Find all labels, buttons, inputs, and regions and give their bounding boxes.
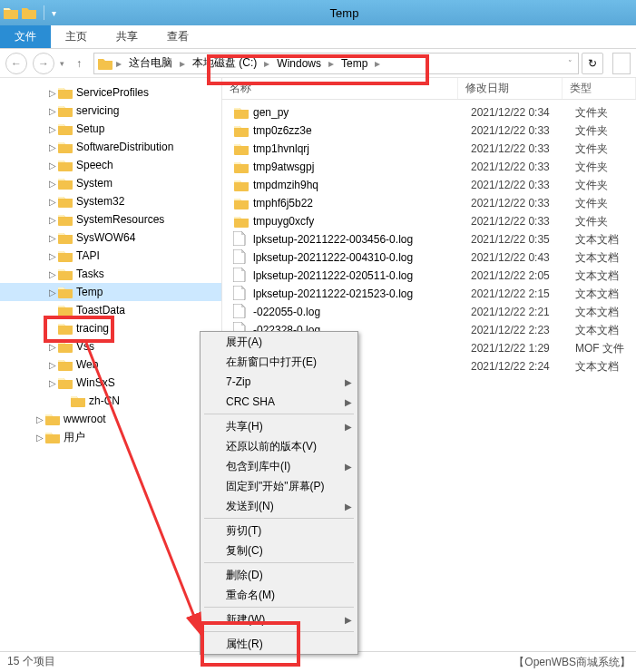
menu-item[interactable]: 复制(C) xyxy=(201,541,357,560)
tree-expand-icon[interactable]: ▷ xyxy=(47,287,58,297)
tree-item[interactable]: ▷System32 xyxy=(0,192,221,210)
menu-item[interactable]: 还原以前的版本(V) xyxy=(201,436,357,456)
tree-label: Setup xyxy=(76,122,104,135)
file-row[interactable]: tmp0z6zz3e2021/12/22 0:33文件夹 xyxy=(222,122,636,140)
menu-item[interactable]: 重命名(M) xyxy=(201,585,357,605)
menu-item[interactable]: 属性(R) xyxy=(201,634,357,654)
tree-expand-icon[interactable]: ▷ xyxy=(47,88,58,98)
column-header[interactable]: 名称 修改日期 类型 xyxy=(222,78,636,100)
context-menu[interactable]: 展开(A)在新窗口中打开(E)7-Zip▶CRC SHA▶共享(H)▶还原以前的… xyxy=(200,331,358,655)
submenu-arrow-icon: ▶ xyxy=(345,462,352,472)
tab-home[interactable]: 主页 xyxy=(51,25,102,48)
tree-item[interactable]: ▷Setup xyxy=(0,120,221,138)
tree-item[interactable]: ▷ServiceProfiles xyxy=(0,83,221,102)
file-row[interactable]: tmpdmzih9hq2021/12/22 0:33文件夹 xyxy=(222,176,636,194)
window-title: Temp xyxy=(56,6,632,20)
tree-item[interactable]: ▷tracing xyxy=(0,319,221,337)
tree-item[interactable]: ▷Speech xyxy=(0,156,221,174)
tree-expand-icon[interactable]: ▷ xyxy=(47,378,58,388)
search-box[interactable] xyxy=(612,53,631,74)
folder-icon xyxy=(233,215,250,228)
tree-label: Vss xyxy=(76,340,94,353)
tree-expand-icon[interactable]: ▷ xyxy=(47,161,58,170)
crumb-drive[interactable]: 本地磁盘 (C:) xyxy=(187,55,262,71)
tree-item[interactable]: ▷Web xyxy=(0,355,221,374)
file-row[interactable]: tmp1hvnlqrj2021/12/22 0:33文件夹 xyxy=(222,140,636,158)
tree-item[interactable]: ▷SysWOW64 xyxy=(0,229,221,247)
file-row[interactable]: -022055-0.log2021/12/22 2:21文本文档 xyxy=(222,303,636,321)
menu-item[interactable]: 固定到"开始"屏幕(P) xyxy=(201,476,357,496)
refresh-button[interactable]: ↻ xyxy=(582,53,603,74)
tree-expand-icon[interactable]: ▷ xyxy=(47,142,58,152)
tree-view[interactable]: ▷ServiceProfiles▷servicing▷Setup▷Softwar… xyxy=(0,78,222,651)
tree-expand-icon[interactable]: ▷ xyxy=(47,124,58,134)
file-type: 文件夹 xyxy=(575,178,636,193)
tree-item[interactable]: ▷ToastData xyxy=(0,301,221,319)
tree-expand-icon[interactable]: ▷ xyxy=(47,106,58,116)
breadcrumb-dropdown-icon[interactable]: ˅ xyxy=(568,59,572,68)
tree-item[interactable]: ▷Vss xyxy=(0,337,221,355)
tree-item[interactable]: ▷Temp xyxy=(0,283,221,301)
tree-item[interactable]: ▷System xyxy=(0,174,221,192)
tree-item[interactable]: ▷TAPI xyxy=(0,247,221,265)
col-date[interactable]: 修改日期 xyxy=(458,78,563,99)
folder-icon xyxy=(58,376,73,389)
file-row[interactable]: tmp9atwsgpj2021/12/22 0:33文件夹 xyxy=(222,158,636,176)
file-row[interactable]: lpksetup-20211222-003456-0.log2021/12/22… xyxy=(222,230,636,248)
file-date: 2021/12/22 1:29 xyxy=(471,342,575,355)
menu-item[interactable]: CRC SHA▶ xyxy=(201,392,357,412)
tab-file[interactable]: 文件 xyxy=(0,25,51,48)
file-row[interactable]: tmphf6j5b222021/12/22 0:33文件夹 xyxy=(222,194,636,212)
up-button[interactable]: ↑ xyxy=(70,54,88,73)
tab-share[interactable]: 共享 xyxy=(102,25,152,48)
tab-view[interactable]: 查看 xyxy=(152,25,203,48)
file-row[interactable]: tmpuyg0xcfy2021/12/22 0:33文件夹 xyxy=(222,212,636,230)
crumb-temp[interactable]: Temp xyxy=(336,57,373,70)
tree-expand-icon[interactable]: ▷ xyxy=(47,215,58,225)
menu-item[interactable]: 新建(W)▶ xyxy=(201,609,357,629)
tree-item[interactable]: ▷zh-CN xyxy=(0,392,221,410)
file-row[interactable]: lpksetup-20211222-021523-0.log2021/12/22… xyxy=(222,285,636,303)
tree-expand-icon[interactable]: ▷ xyxy=(47,360,58,370)
qat-new-folder-icon[interactable] xyxy=(22,6,36,19)
forward-button[interactable]: → xyxy=(33,53,54,74)
back-button[interactable]: ← xyxy=(5,53,27,74)
file-row[interactable]: lpksetup-20211222-004310-0.log2021/12/22… xyxy=(222,248,636,267)
folder-icon xyxy=(58,177,73,190)
menu-item[interactable]: 在新窗口中打开(E) xyxy=(201,352,357,372)
menu-item[interactable]: 发送到(N)▶ xyxy=(201,496,357,516)
menu-item[interactable]: 剪切(T) xyxy=(201,521,357,541)
tree-item[interactable]: ▷wwwroot xyxy=(0,410,221,428)
tree-expand-icon[interactable]: ▷ xyxy=(47,233,58,243)
tree-item[interactable]: ▷servicing xyxy=(0,102,221,120)
tree-item[interactable]: ▷SystemResources xyxy=(0,210,221,229)
col-type[interactable]: 类型 xyxy=(563,78,636,99)
tree-item[interactable]: ▷用户 xyxy=(0,428,221,446)
file-type: 文件夹 xyxy=(575,105,636,121)
submenu-arrow-icon: ▶ xyxy=(345,397,352,407)
tree-expand-icon[interactable]: ▷ xyxy=(47,269,58,279)
file-row[interactable]: lpksetup-20211222-020511-0.log2021/12/22… xyxy=(222,267,636,285)
menu-item[interactable]: 7-Zip▶ xyxy=(201,372,357,392)
tree-item[interactable]: ▷WinSxS xyxy=(0,374,221,392)
menu-item[interactable]: 删除(D) xyxy=(201,565,357,585)
file-row[interactable]: gen_py2021/12/22 0:34文件夹 xyxy=(222,103,636,122)
tree-item[interactable]: ▷Tasks xyxy=(0,265,221,283)
crumb-windows[interactable]: Windows xyxy=(271,57,327,70)
tree-expand-icon[interactable]: ▷ xyxy=(47,179,58,189)
tree-expand-icon[interactable]: ▷ xyxy=(47,342,58,352)
tree-expand-icon[interactable]: ▷ xyxy=(34,433,45,443)
tree-item[interactable]: ▷SoftwareDistribution xyxy=(0,138,221,156)
history-dropdown-icon[interactable]: ▾ xyxy=(60,59,64,68)
tree-expand-icon[interactable]: ▷ xyxy=(47,197,58,207)
menu-item[interactable]: 共享(H)▶ xyxy=(201,416,357,436)
crumb-pc[interactable]: 这台电脑 xyxy=(123,55,178,71)
menu-item[interactable]: 展开(A) xyxy=(201,332,357,352)
tree-expand-icon[interactable]: ▷ xyxy=(47,251,58,261)
breadcrumb[interactable]: ▸ 这台电脑▸ 本地磁盘 (C:)▸ Windows▸ Temp▸ xyxy=(93,53,579,74)
col-name[interactable]: 名称 xyxy=(222,78,458,99)
menu-item[interactable]: 包含到库中(I)▶ xyxy=(201,456,357,476)
tree-expand-icon[interactable]: ▷ xyxy=(34,414,45,424)
file-date: 2021/12/22 2:21 xyxy=(471,306,575,318)
folder-icon xyxy=(58,195,73,208)
